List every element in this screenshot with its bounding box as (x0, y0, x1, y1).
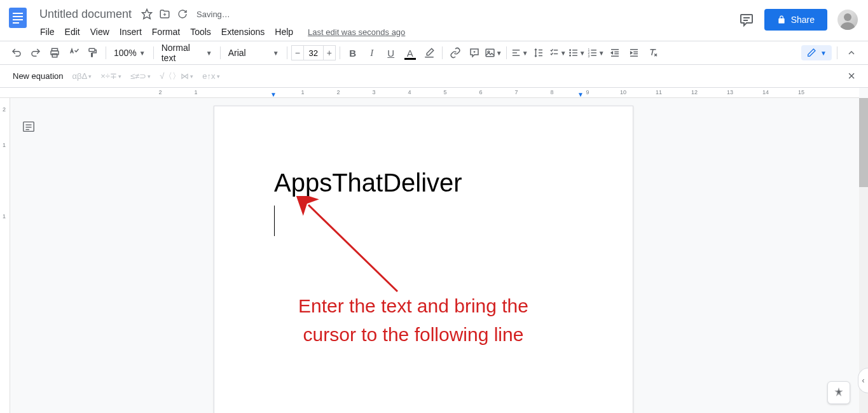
indent-increase-button[interactable] (625, 44, 643, 62)
link-button[interactable] (446, 44, 464, 62)
lock-icon (777, 15, 786, 24)
app-header: Untitled document Saving… File Edit View… (0, 0, 868, 41)
last-edit-link[interactable]: Last edit was seconds ago (308, 27, 405, 37)
indent-left-marker[interactable]: ▼ (270, 91, 277, 98)
pencil-icon (806, 48, 816, 58)
indent-right-marker[interactable]: ▼ (577, 91, 584, 98)
document-title[interactable]: Untitled document (36, 6, 135, 22)
font-size-input[interactable] (304, 45, 323, 60)
menu-edit[interactable]: Edit (60, 24, 85, 39)
outline-toggle-button[interactable] (22, 120, 38, 136)
clear-format-button[interactable] (644, 44, 662, 62)
svg-rect-23 (572, 55, 577, 56)
equation-toolbar: New equation αβΔ ▾ ×÷∓ ▾ ≤≠⊃ ▾ √〈〉⋈ ▾ e↑… (0, 65, 868, 88)
svg-point-8 (844, 13, 851, 21)
share-button[interactable]: Share (764, 9, 827, 31)
svg-text:3: 3 (588, 54, 589, 58)
new-equation-button[interactable]: New equation (13, 71, 64, 81)
zoom-select[interactable]: 100%▼ (110, 44, 149, 62)
menu-insert[interactable]: Insert (115, 24, 146, 39)
svg-rect-2 (13, 16, 23, 17)
svg-rect-21 (572, 50, 577, 50)
numbered-list-button[interactable]: 123▼ (587, 44, 605, 62)
highlight-button[interactable] (420, 44, 438, 62)
redo-button[interactable] (27, 44, 45, 62)
svg-rect-1 (13, 13, 23, 14)
svg-rect-13 (486, 49, 494, 56)
svg-rect-0 (9, 8, 27, 28)
italic-button[interactable]: I (363, 44, 381, 62)
checklist-button[interactable]: ▼ (549, 44, 567, 62)
move-icon[interactable] (158, 8, 171, 20)
star-icon[interactable] (141, 8, 153, 20)
equation-relations-dropdown[interactable]: ≤≠⊃ ▾ (130, 71, 151, 81)
underline-button[interactable]: U (382, 44, 400, 62)
comments-icon[interactable] (739, 12, 754, 27)
explore-button[interactable] (827, 381, 850, 404)
spellcheck-button[interactable] (65, 44, 83, 62)
title-area: Untitled document Saving… File Edit View… (36, 5, 739, 41)
document-text[interactable]: AppsThatDeliver (274, 169, 462, 197)
bold-button[interactable]: B (344, 44, 362, 62)
equation-close-button[interactable]: × (848, 69, 855, 83)
scrollbar-thumb[interactable] (859, 98, 868, 187)
annotation-text: Enter the text and bring the cursor to t… (210, 291, 617, 349)
user-avatar[interactable] (837, 10, 858, 30)
paint-format-button[interactable] (84, 44, 102, 62)
font-size-increase[interactable]: + (323, 45, 336, 60)
menu-tools[interactable]: Tools (186, 24, 216, 39)
comment-button[interactable] (465, 44, 483, 62)
horizontal-ruler[interactable]: 2 1 1 2 3 4 5 6 7 8 9 10 11 12 13 14 15 … (0, 88, 859, 98)
vertical-ruler[interactable]: 2 1 1 (0, 98, 10, 413)
svg-point-20 (569, 55, 571, 57)
menu-view[interactable]: View (86, 24, 114, 39)
line-spacing-button[interactable] (530, 44, 548, 62)
svg-rect-12 (89, 48, 95, 52)
svg-point-18 (569, 49, 571, 51)
font-select[interactable]: Arial▼ (224, 44, 283, 62)
bullet-list-button[interactable]: ▼ (568, 44, 586, 62)
document-page[interactable]: AppsThatDeliver (214, 106, 633, 413)
editing-mode-button[interactable]: ▼ (801, 45, 832, 60)
style-select[interactable]: Normal text▼ (158, 44, 216, 62)
equation-operators-dropdown[interactable]: ×÷∓ ▾ (100, 71, 121, 81)
cloud-sync-icon[interactable] (176, 8, 189, 20)
print-button[interactable] (46, 44, 64, 62)
undo-button[interactable] (8, 44, 25, 62)
font-size-control: − + (291, 45, 336, 60)
svg-marker-5 (142, 10, 152, 19)
indent-decrease-button[interactable] (606, 44, 624, 62)
main-toolbar: 100%▼ Normal text▼ Arial▼ − + B I U A ▼ … (0, 41, 868, 65)
text-color-button[interactable]: A (401, 44, 419, 62)
menu-bar: File Edit View Insert Format Tools Exten… (36, 23, 739, 41)
docs-logo[interactable] (5, 5, 31, 31)
svg-point-19 (569, 52, 571, 54)
menu-format[interactable]: Format (148, 24, 184, 39)
svg-rect-3 (13, 19, 23, 20)
svg-rect-22 (572, 52, 577, 53)
equation-arrows-dropdown[interactable]: e↑x ▾ (202, 71, 219, 81)
svg-rect-4 (13, 22, 19, 24)
document-canvas: 2 1 1 2 3 4 5 6 7 8 9 10 11 12 13 14 15 … (0, 88, 868, 413)
equation-math-dropdown[interactable]: √〈〉⋈ ▾ (160, 71, 193, 82)
equation-greek-dropdown[interactable]: αβΔ ▾ (72, 71, 92, 81)
share-label: Share (791, 15, 815, 25)
align-button[interactable]: ▼ (511, 44, 528, 62)
font-size-decrease[interactable]: − (291, 45, 304, 60)
text-cursor (274, 206, 275, 236)
menu-file[interactable]: File (36, 24, 59, 39)
menu-extensions[interactable]: Extensions (217, 24, 269, 39)
menu-help[interactable]: Help (270, 24, 298, 39)
image-button[interactable]: ▼ (485, 44, 502, 62)
vertical-scrollbar[interactable] (859, 98, 868, 413)
collapse-toolbar-button[interactable] (843, 44, 860, 62)
saving-status: Saving… (196, 10, 230, 19)
